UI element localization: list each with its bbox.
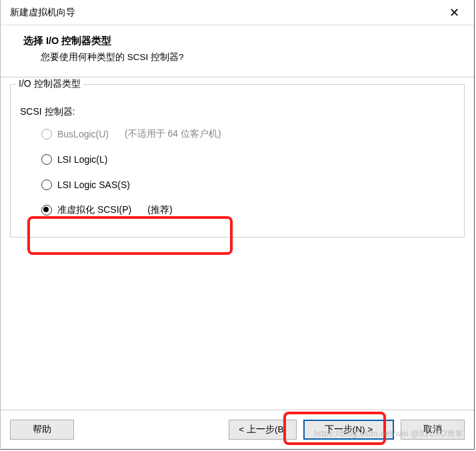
radio-icon — [41, 179, 52, 190]
radio-icon — [41, 154, 52, 165]
radio-icon — [41, 205, 52, 215]
wizard-window: 新建虚拟机向导 ✕ 选择 I/O 控制器类型 您要使用何种类型的 SCSI 控制… — [0, 0, 475, 450]
next-button[interactable]: 下一步(N) > — [303, 420, 394, 440]
wizard-heading: 选择 I/O 控制器类型 — [23, 35, 474, 47]
content-area: I/O 控制器类型 SCSI 控制器: BusLogic(U) (不适用于 64… — [1, 77, 474, 410]
radio-lsi-logic-sas[interactable]: LSI Logic SAS(S) — [41, 177, 455, 193]
window-title: 新建虚拟机向导 — [10, 7, 75, 19]
radio-note: (推荐) — [147, 204, 172, 216]
radio-lsi-logic[interactable]: LSI Logic(L) — [41, 151, 455, 167]
group-legend: I/O 控制器类型 — [16, 78, 83, 90]
help-button[interactable]: 帮助 — [10, 420, 74, 440]
radio-icon — [41, 129, 52, 139]
radio-label: BusLogic(U) — [57, 129, 109, 139]
scsi-label: SCSI 控制器: — [20, 106, 455, 118]
close-icon[interactable]: ✕ — [444, 3, 465, 23]
radio-buslogic: BusLogic(U) (不适用于 64 位客户机) — [41, 126, 455, 142]
back-button[interactable]: < 上一步(B) — [229, 420, 297, 440]
radio-label: LSI Logic SAS(S) — [57, 179, 130, 190]
radio-note: (不适用于 64 位客户机) — [125, 128, 221, 140]
io-controller-group: I/O 控制器类型 SCSI 控制器: BusLogic(U) (不适用于 64… — [10, 84, 465, 238]
button-row: 帮助 < 上一步(B) 下一步(N) > 取消 — [1, 410, 474, 449]
radio-label: 准虚拟化 SCSI(P) — [57, 204, 131, 216]
radio-paravirtual-scsi[interactable]: 准虚拟化 SCSI(P) (推荐) — [41, 202, 455, 218]
radio-label: LSI Logic(L) — [57, 154, 107, 165]
cancel-button[interactable]: 取消 — [401, 420, 465, 440]
wizard-subtext: 您要使用何种类型的 SCSI 控制器? — [23, 51, 474, 63]
titlebar: 新建虚拟机向导 ✕ — [1, 0, 474, 25]
wizard-header: 选择 I/O 控制器类型 您要使用何种类型的 SCSI 控制器? — [1, 25, 474, 70]
